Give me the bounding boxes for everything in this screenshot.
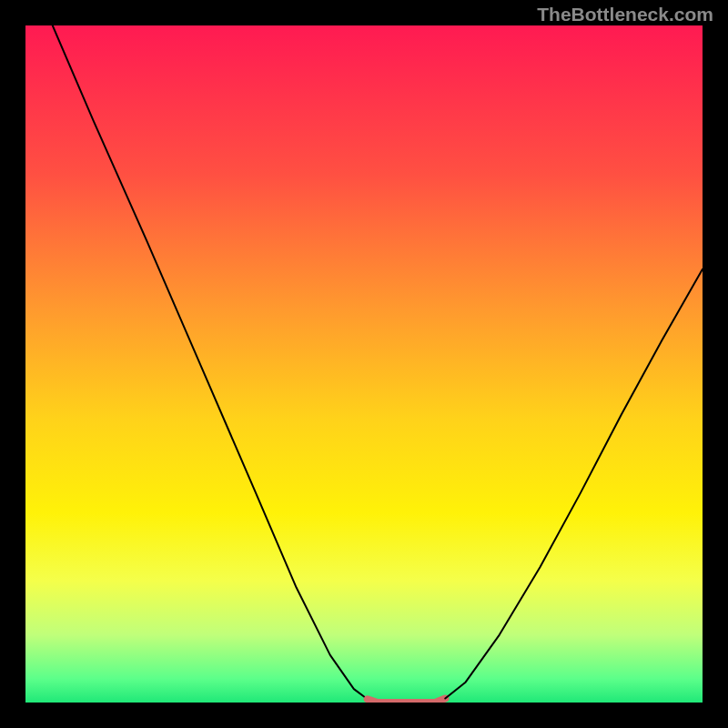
chart-svg — [25, 25, 703, 703]
watermark-text: TheBottleneck.com — [537, 4, 713, 25]
plot-area — [25, 25, 703, 703]
chart-frame: TheBottleneck.com — [0, 0, 728, 728]
series-valley-floor — [368, 699, 446, 703]
gradient-background — [25, 25, 703, 703]
